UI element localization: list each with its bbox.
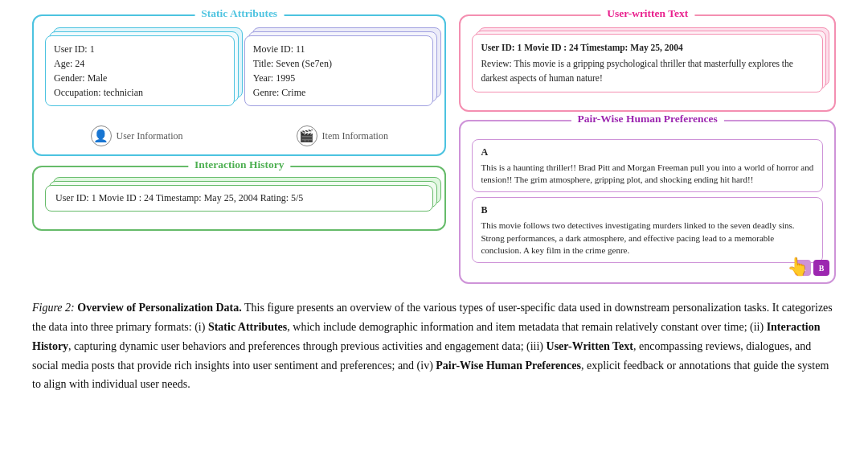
static-attributes-label: Static Attributes — [194, 7, 284, 20]
user-written-text-box: User-written Text User ID: 1 Movie ID : … — [459, 14, 836, 112]
review-card: User ID: 1 Movie ID : 24 Timestamp: May … — [472, 34, 823, 92]
item-card-line3: Year: 1995 — [253, 71, 425, 85]
review-card-wrapper: User ID: 1 Movie ID : 24 Timestamp: May … — [472, 34, 823, 92]
user-written-text-label: User-written Text — [600, 7, 694, 20]
preference-card-b: B This movie follows two detectives inve… — [472, 197, 823, 263]
interaction-card: User ID: 1 Movie ID : 24 Timestamp: May … — [45, 185, 433, 212]
review-header: User ID: 1 Movie ID : 24 Timestamp: May … — [481, 41, 814, 55]
item-information-icon-group: 🎬 Item Information — [297, 125, 388, 146]
user-card-line3: Gender: Male — [54, 71, 226, 85]
user-card-stack: User ID: 1 Age: 24 Gender: Male Occupati… — [45, 35, 235, 106]
item-information-label: Item Information — [322, 130, 388, 142]
pairwise-label: Pair-Wise Human Preferences — [571, 113, 724, 125]
item-icon: 🎬 — [297, 125, 317, 146]
caption-interaction-bold: Interaction History — [32, 321, 821, 352]
static-inner: User ID: 1 Age: 24 Gender: Male Occupati… — [45, 29, 433, 117]
user-card-line1: User ID: 1 — [54, 42, 226, 56]
caption-pairwise-bold: Pair-Wise Human Preferences — [436, 360, 581, 372]
user-card-line2: Age: 24 — [54, 56, 226, 71]
option-a-letter: A — [481, 146, 814, 159]
ab-button-b: B — [813, 260, 829, 276]
item-card-stack: Movie ID: 11 Title: Seven (Se7en) Year: … — [244, 35, 434, 106]
static-attributes-box: Static Attributes User ID: 1 Age: 24 Gen… — [32, 14, 446, 156]
static-icons: 👤 User Information 🎬 Item Information — [45, 125, 433, 146]
user-information-icon-group: 👤 User Information — [91, 125, 183, 146]
caption-static-bold: Static Attributes — [208, 321, 287, 333]
pairwise-inner: A This is a haunting thriller!! Brad Pit… — [472, 139, 823, 275]
figure-caption: Figure 2: Overview of Personalization Da… — [32, 298, 836, 394]
left-column: Static Attributes User ID: 1 Age: 24 Gen… — [32, 14, 446, 284]
hand-icon: 👆 — [787, 257, 809, 277]
item-card-line2: Title: Seven (Se7en) — [253, 56, 425, 71]
item-card: Movie ID: 11 Title: Seven (Se7en) Year: … — [244, 35, 434, 106]
caption-body: This figure presents an overview of the … — [32, 302, 833, 390]
item-card-line1: Movie ID: 11 — [253, 42, 425, 56]
interaction-history-label: Interaction History — [188, 158, 290, 171]
preference-card-a: A This is a haunting thriller!! Brad Pit… — [472, 139, 823, 193]
right-column: User-written Text User ID: 1 Movie ID : … — [459, 14, 836, 284]
item-card-line4: Genre: Crime — [253, 85, 425, 100]
interaction-history-box: Interaction History User ID: 1 Movie ID … — [32, 166, 446, 231]
caption-title: Overview of Personalization Data. — [77, 302, 242, 314]
pairwise-box: Pair-Wise Human Preferences A This is a … — [459, 120, 836, 285]
figure-area: Static Attributes User ID: 1 Age: 24 Gen… — [32, 14, 836, 284]
user-card: User ID: 1 Age: 24 Gender: Male Occupati… — [45, 35, 235, 106]
user-card-line4: Occupation: technician — [54, 85, 226, 100]
option-b-letter: B — [481, 203, 814, 217]
interaction-card-wrapper: User ID: 1 Movie ID : 24 Timestamp: May … — [45, 185, 433, 212]
review-text: Review: This movie is a gripping psychol… — [481, 57, 814, 85]
caption-usertext-bold: User-Written Text — [547, 340, 633, 352]
option-b-text: This movie follows two detectives invest… — [481, 220, 814, 257]
option-a-text: This is a haunting thriller!! Brad Pitt … — [481, 162, 814, 187]
user-icon: 👤 — [91, 125, 112, 146]
user-information-label: User Information — [117, 130, 183, 142]
figure-number: Figure 2: — [32, 302, 75, 314]
